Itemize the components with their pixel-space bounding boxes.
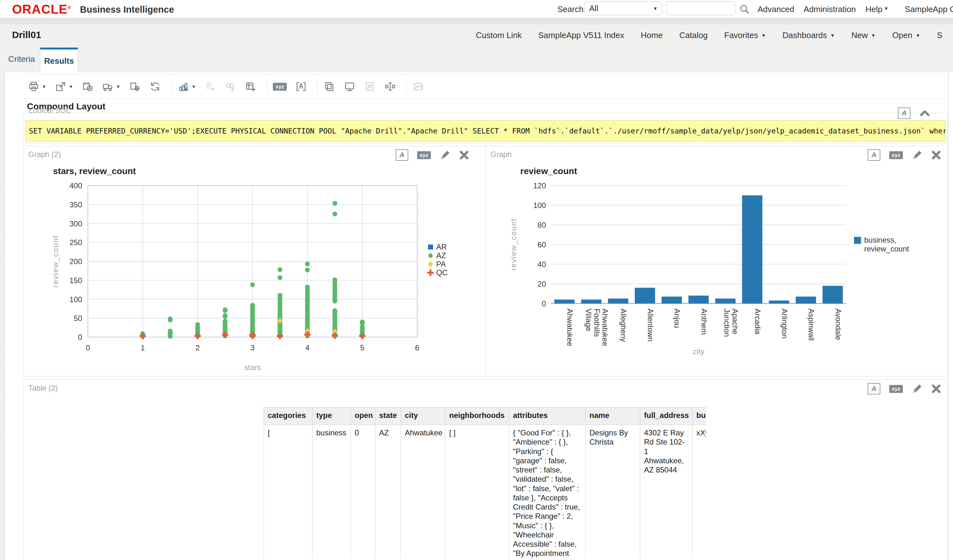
schedule-icon — [82, 81, 93, 92]
new-view-icon — [177, 81, 189, 92]
global-nav: Custom LinkSampleApp V511 IndexHomeCatal… — [476, 25, 953, 46]
svg-text:Ahwatukee: Ahwatukee — [601, 309, 609, 346]
toolbar-duplicate-view-button[interactable] — [323, 81, 335, 92]
svg-text:1: 1 — [141, 343, 145, 352]
graph2-remove-view-icon[interactable] — [459, 150, 469, 160]
toolbar-new-view-button[interactable]: ▼ — [177, 81, 196, 92]
svg-text:5: 5 — [360, 343, 364, 352]
nav-link-custom-link[interactable]: Custom Link — [476, 31, 522, 40]
cell-name: Designs By Christa — [586, 425, 640, 559]
chevron-down-icon: ▼ — [653, 6, 658, 11]
graph-remove-view-icon[interactable] — [931, 150, 941, 160]
nav-link-home[interactable]: Home — [641, 31, 663, 40]
toolbar-separator — [317, 79, 318, 94]
svg-text:city: city — [693, 347, 704, 356]
svg-text:Avondale: Avondale — [834, 309, 843, 340]
toolbar-refresh-button[interactable] — [149, 81, 161, 92]
chevron-down-icon: ▼ — [830, 33, 835, 38]
nav-link-sampleapp-v511-index[interactable]: SampleApp V511 Index — [539, 31, 624, 40]
tab-criteria[interactable]: Criteria — [8, 46, 35, 72]
table-remove-view-icon[interactable] — [931, 384, 941, 394]
toolbar-preview-button[interactable] — [344, 81, 355, 92]
nav-administration[interactable]: Administration — [804, 5, 856, 14]
svg-text:4: 4 — [305, 343, 309, 352]
svg-text:Allegheny: Allegheny — [619, 309, 628, 342]
toolbar-export-button[interactable]: ▼ — [54, 81, 73, 92]
toolbar-selection-steps-button[interactable]: xyz — [273, 83, 287, 91]
toolbar-new-calculated-item-button[interactable] — [245, 81, 257, 92]
graph2-panel-toolbar: Axyz — [396, 149, 469, 161]
export-icon — [54, 81, 67, 92]
svg-text:AZ: AZ — [436, 251, 446, 260]
cell-state: AZ — [375, 425, 401, 559]
nav-help[interactable]: Help — [865, 5, 882, 14]
search-scope-value: All — [589, 3, 598, 13]
graph-view-name-icon[interactable]: xyz — [889, 151, 903, 159]
svg-text:0: 0 — [85, 343, 90, 352]
oracle-logo: ORACLE® — [12, 2, 71, 17]
results-content: ▼▼▼▼xyz Compound Layout Logical SQL A SE… — [5, 72, 948, 560]
search-scope-select[interactable]: All ▼ — [584, 1, 663, 15]
tab-results[interactable]: Results — [40, 48, 78, 72]
toolbar-deliver-button[interactable]: ▼ — [102, 81, 121, 92]
logical-sql-panel: A SET VARIABLE PREFERRED_CURRENCY='USD';… — [23, 113, 948, 143]
svg-text:QC: QC — [436, 268, 448, 277]
table-edit-view-icon[interactable] — [912, 383, 922, 394]
cell-open: 0 — [351, 425, 375, 559]
nav-advanced[interactable]: Advanced — [757, 5, 795, 14]
svg-text:50: 50 — [74, 314, 82, 323]
column-header-city: city — [401, 408, 445, 425]
column-header-categories: categories — [264, 408, 312, 425]
svg-text:PA: PA — [436, 260, 446, 268]
graph-format-container-icon[interactable]: A — [868, 149, 880, 161]
format-container-icon[interactable]: A — [898, 107, 911, 119]
column-header-open: open — [351, 408, 375, 425]
collapse-panel-icon[interactable] — [919, 109, 930, 117]
toolbar-rename-view-button[interactable] — [384, 81, 396, 92]
column-header-name: name — [586, 408, 640, 425]
svg-text:stars: stars — [244, 363, 261, 372]
column-header-attributes: attributes — [509, 408, 586, 425]
graph2-edit-view-icon[interactable] — [440, 150, 450, 160]
table-view-name-icon[interactable]: xyz — [889, 385, 903, 393]
nav-menu-open[interactable]: Open▼ — [892, 31, 920, 40]
cell-attributes: { "Good For" : { }, "Ambience" : { }, "P… — [509, 425, 586, 559]
toolbar-show-chart-button — [413, 81, 424, 92]
nav-account[interactable]: SampleApp O — [905, 5, 953, 14]
table-view-container: categoriestypeopenstatecityneighborhoods… — [264, 407, 706, 559]
graph2-view-name-icon[interactable]: xyz — [417, 151, 431, 159]
graph2-format-container-icon[interactable]: A — [396, 149, 408, 161]
svg-text:250: 250 — [70, 238, 82, 247]
import-formatting-icon — [295, 81, 307, 92]
svg-text:20: 20 — [537, 280, 546, 288]
toolbar-analysis-properties-button[interactable] — [129, 81, 141, 92]
header-divider — [0, 18, 953, 25]
table-format-container-icon[interactable]: A — [868, 383, 880, 394]
svg-text:Village: Village — [584, 309, 593, 331]
nav-menu-label: Dashboards — [783, 31, 827, 40]
table-panel-title: Table (2) — [28, 384, 58, 392]
svg-text:Aspinwall: Aspinwall — [807, 309, 816, 341]
toolbar-schedule-button[interactable] — [82, 81, 93, 92]
svg-text:0: 0 — [78, 333, 82, 341]
graph2-panel-title: Graph (2) — [28, 150, 61, 159]
toolbar-import-formatting-button[interactable] — [295, 81, 307, 92]
chevron-down-icon: ▼ — [116, 84, 121, 89]
logical-sql-text: SET VARIABLE PREFERRED_CURRENCY='USD';EX… — [25, 120, 946, 141]
nav-menu-label: New — [852, 31, 868, 40]
svg-text:0: 0 — [542, 299, 546, 308]
bar-chart: 020406080100120review_countreview_countc… — [486, 146, 947, 375]
nav-link-catalog[interactable]: Catalog — [679, 31, 708, 40]
svg-text:80: 80 — [537, 221, 546, 229]
graph-panel: Graph Axyz 020406080100120review_countre… — [486, 146, 948, 376]
svg-text:Ahwatukee: Ahwatukee — [566, 309, 574, 346]
search-input[interactable] — [666, 1, 736, 15]
nav-link-truncated[interactable]: S — [937, 31, 942, 40]
nav-menu-dashboards[interactable]: Dashboards▼ — [783, 31, 835, 40]
chevron-down-icon: ▼ — [42, 84, 46, 89]
nav-menu-new[interactable]: New▼ — [852, 31, 876, 40]
toolbar-print-button[interactable]: ▼ — [28, 81, 46, 92]
search-icon[interactable] — [739, 4, 750, 15]
graph-edit-view-icon[interactable] — [912, 150, 922, 160]
nav-menu-favorites[interactable]: Favorites▼ — [724, 31, 766, 40]
